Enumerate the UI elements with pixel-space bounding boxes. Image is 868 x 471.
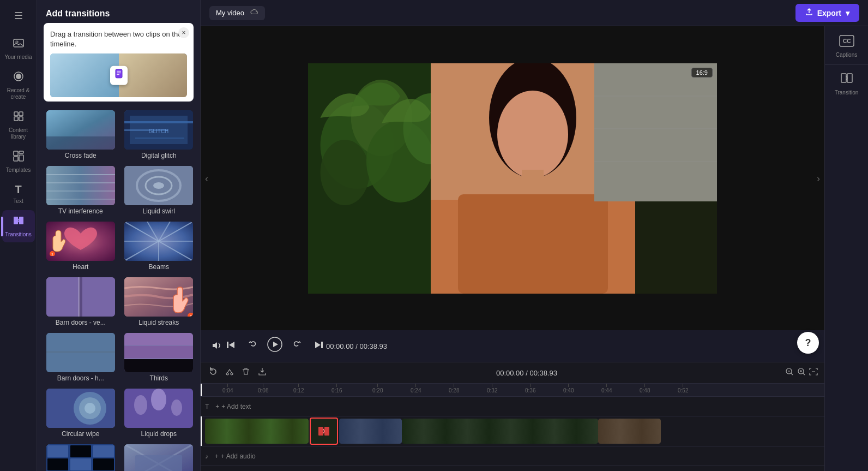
sidebar-item-templates[interactable]: Templates (2, 146, 35, 178)
svg-rect-115 (841, 74, 846, 82)
svg-rect-51 (78, 277, 80, 317)
ruler-mark-0:08: 0:08 (258, 384, 268, 394)
cloud-save-icon (249, 8, 258, 18)
sidebar-item-content-library[interactable]: Content library (2, 106, 35, 145)
transition-item-circularwipe[interactable]: Circular wipe (41, 386, 120, 442)
fit-timeline-button[interactable] (809, 367, 818, 378)
svg-point-68 (85, 403, 95, 414)
skip-back-button[interactable] (224, 338, 238, 355)
transition-item-barndoors2[interactable]: Barn doors - h... (41, 331, 120, 386)
collapse-arrow-left[interactable]: ‹ (205, 172, 208, 184)
ruler-tick-0:52 (683, 384, 683, 387)
svg-point-2 (16, 74, 21, 79)
transition-item-thirds[interactable]: Thirds (120, 331, 198, 386)
captions-icon: CC (839, 35, 854, 50)
svg-rect-28 (46, 182, 115, 183)
ruler-tick-0:24 (415, 384, 416, 387)
right-panel-transition[interactable]: Transition (828, 67, 866, 100)
svg-rect-75 (70, 445, 91, 457)
cut-button[interactable] (224, 366, 236, 380)
svg-rect-7 (19, 117, 23, 121)
clip-long-forest[interactable] (402, 419, 598, 444)
text-track-label: T (205, 403, 209, 410)
transition-label-liquidstreaks: Liquid streaks (138, 319, 179, 326)
cursor-2-container: 2 (168, 284, 193, 317)
panel-title: Add transitions (37, 0, 200, 23)
transition-item-tiles[interactable]: Tiles (41, 442, 120, 471)
svg-text:2: 2 (190, 315, 192, 317)
rewind-button[interactable] (244, 338, 258, 355)
svg-rect-4 (14, 112, 18, 116)
transition-thumb-liquidstreaks: 2 (124, 277, 193, 317)
export-chevron-icon: ▾ (846, 9, 849, 17)
sidebar-item-text[interactable]: T Text (2, 179, 35, 209)
transition-item-heart[interactable]: 1 Heart (41, 219, 120, 275)
transition-item-close[interactable]: Close (120, 442, 198, 471)
svg-rect-58 (46, 351, 115, 353)
undo-button[interactable] (207, 366, 219, 380)
forward-button[interactable] (291, 338, 305, 355)
ruler-tick-0:44 (606, 384, 607, 387)
transition-thumb-thirds (124, 333, 193, 372)
transition-item-beams[interactable]: Beams (120, 219, 198, 275)
clip-forest[interactable] (205, 419, 309, 444)
sidebar-item-record-create[interactable]: Record & create (2, 66, 35, 105)
transition-item-liquidswirl[interactable]: Liquid swirl (120, 164, 198, 219)
clip-city[interactable] (339, 419, 402, 444)
svg-point-70 (134, 395, 147, 415)
sidebar-item-label-content: Content library (4, 127, 33, 140)
mute-button[interactable] (209, 338, 224, 354)
playback-controls (224, 335, 326, 357)
ruler-tick-0:28 (454, 384, 454, 387)
svg-rect-6 (14, 117, 18, 121)
svg-rect-10 (19, 155, 23, 161)
sidebar-item-your-media[interactable]: Your media (2, 33, 35, 65)
save-button[interactable] (256, 366, 268, 380)
video-clips-track (201, 416, 824, 446)
transition-item-digitalglitch[interactable]: GLITCH Digital glitch (120, 108, 198, 164)
transition-item-liquiddrop[interactable]: Liquid drops (120, 386, 198, 442)
tooltip-text: Drag a transition between two clips on t… (50, 30, 182, 48)
ruler-tick-0:32 (492, 384, 492, 387)
tooltip-close-button[interactable]: × (178, 27, 189, 38)
transition-item-liquidstreaks[interactable]: 2 Liquid streaks (120, 275, 198, 331)
right-panel-captions[interactable]: CC Captions (828, 31, 866, 62)
transition-item-barndoors1[interactable]: Barn doors - ve... (41, 275, 120, 331)
svg-rect-106 (321, 342, 323, 348)
add-audio-icon: + (215, 452, 219, 460)
collapse-arrow-right[interactable]: › (817, 172, 820, 184)
ruler-mark-0:16: 0:16 (331, 384, 342, 394)
video-title-tab[interactable]: My video (209, 6, 265, 20)
clip-selected-transition[interactable] (310, 418, 338, 445)
skip-forward-button[interactable] (312, 338, 326, 355)
svg-point-96 (497, 91, 568, 178)
delete-button[interactable] (240, 366, 252, 380)
zoom-out-button[interactable] (785, 367, 794, 378)
ruler-mark-0:44: 0:44 (601, 384, 612, 394)
help-button[interactable]: ? (797, 332, 819, 354)
play-button[interactable] (265, 335, 285, 357)
svg-rect-9 (19, 151, 23, 153)
media-icon (13, 37, 25, 52)
transition-label-heart: Heart (73, 263, 88, 271)
svg-rect-116 (847, 74, 852, 82)
zoom-in-button[interactable] (797, 367, 806, 378)
clip-building[interactable] (598, 419, 661, 444)
clip-city-bg (339, 419, 402, 444)
svg-point-90 (321, 140, 370, 205)
export-button[interactable]: Export ▾ (795, 4, 859, 22)
video-content (308, 63, 717, 294)
add-audio-button[interactable]: + + Add audio (215, 452, 256, 460)
transition-right-icon (840, 71, 853, 87)
timeline-toolbar: 00:00.00 / 00:38.93 (201, 362, 824, 384)
add-text-button[interactable]: + + Add text (215, 403, 251, 410)
svg-rect-11 (14, 157, 18, 161)
ruler-tick-0:20 (377, 384, 378, 387)
transition-item-tvinterference[interactable]: TV interference (41, 164, 120, 219)
hamburger-button[interactable]: ☰ (9, 4, 28, 27)
video-area: 16:9 ‹ › (201, 26, 824, 471)
transition-item-crossfade[interactable]: Cross fade (41, 108, 120, 164)
sidebar-item-transitions[interactable]: Transitions (2, 210, 35, 242)
svg-rect-76 (93, 445, 114, 457)
svg-rect-111 (318, 427, 323, 436)
